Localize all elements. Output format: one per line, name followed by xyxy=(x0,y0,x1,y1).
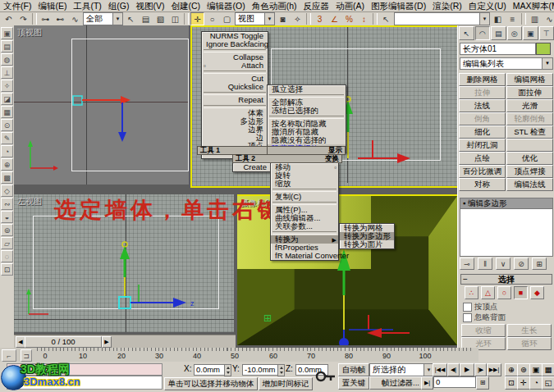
spinner-snap-icon[interactable]: ↕ xyxy=(357,12,371,25)
stl-check-button[interactable]: STL 检查 xyxy=(506,125,553,139)
left-toolbar-icon[interactable]: ◔ xyxy=(1,145,13,157)
vertex-weld-button[interactable]: 顶点焊接 xyxy=(506,165,553,178)
optimize-button[interactable]: 优化 xyxy=(506,152,553,165)
viewport-label[interactable]: 顶视图 xyxy=(17,27,42,39)
menu-graph-editors[interactable]: 图形编辑器(D) xyxy=(368,1,429,11)
create-tab-icon[interactable]: ↖ xyxy=(459,26,474,40)
left-toolbar-icon[interactable]: ⊥ xyxy=(1,66,13,79)
left-toolbar-icon[interactable]: ⊡ xyxy=(1,263,13,276)
element-subobject-icon[interactable]: ◆ xyxy=(530,286,544,299)
percent-snap-button[interactable]: 百分比微调 xyxy=(459,165,506,178)
viewport-label[interactable]: 左视图 xyxy=(17,196,42,207)
modifier-stack[interactable]: ▪ 编辑多边形 xyxy=(460,198,553,257)
viewport-top[interactable]: 顶视图 xyxy=(14,25,189,185)
menu-item-clone[interactable]: 复制(C) xyxy=(271,193,338,201)
left-toolbar-icon[interactable]: ◇ xyxy=(1,185,13,197)
menu-customize[interactable]: 自定义(U) xyxy=(465,1,510,11)
make-unique-icon[interactable]: ∨ xyxy=(496,258,511,270)
edit-normals-button[interactable]: 编辑法线 xyxy=(506,178,553,191)
menu-item-freeze-selection[interactable]: 冻结已选择的 xyxy=(268,107,346,115)
menu-rendering[interactable]: 渲染(R) xyxy=(429,1,465,11)
select-rotate-icon[interactable]: ○ xyxy=(205,12,219,25)
left-toolbar-icon[interactable]: ✎ xyxy=(1,132,13,144)
play-button[interactable]: ▶ xyxy=(460,363,474,376)
next-frame-arrow[interactable]: ▶ xyxy=(102,336,112,348)
menu-reactor[interactable]: 反应器 xyxy=(300,1,333,11)
select-move-icon[interactable]: ✛ xyxy=(190,12,204,25)
menu-edit[interactable]: 编辑(E) xyxy=(34,1,70,11)
named-selection-dropdown[interactable]: ▼ xyxy=(394,12,490,25)
face-extrude-button[interactable]: 面拉伸 xyxy=(506,86,553,99)
menu-item-quickslice[interactable]: Quickslice xyxy=(202,83,268,91)
left-toolbar-icon[interactable]: ∾ xyxy=(1,198,13,210)
left-toolbar-icon[interactable]: ⊕ xyxy=(1,158,13,171)
pin-stack-icon[interactable]: ⊸ xyxy=(460,258,474,270)
y-coord-field[interactable]: -10.0mm xyxy=(242,364,280,376)
menu-item-attach[interactable]: ▫Attach xyxy=(202,62,268,70)
use-pivot-center-icon[interactable]: ◙ xyxy=(276,12,290,25)
polygon-subobject-icon[interactable]: ■ xyxy=(514,286,528,299)
region-zoom-icon[interactable]: ⊡ xyxy=(505,376,518,390)
previous-frame-button[interactable]: ◀| xyxy=(447,363,460,376)
select-by-name-icon[interactable]: ▤ xyxy=(139,12,153,25)
selection-filter-dropdown[interactable]: 全部 ▼ xyxy=(83,12,123,25)
left-toolbar-icon[interactable]: ◪ xyxy=(1,93,13,105)
bevel-button[interactable]: 倒角 xyxy=(459,112,506,125)
time-slider-handle[interactable]: 0 / 100 xyxy=(25,336,102,348)
symmetry-button[interactable]: 对称 xyxy=(459,178,506,191)
percent-snap-icon[interactable]: % xyxy=(342,12,356,25)
vertex-paint-button[interactable]: 点绘 xyxy=(459,152,506,165)
tessellate-button[interactable]: 细化 xyxy=(459,125,506,139)
outline-bevel-button[interactable]: 轮廓倒角 xyxy=(506,112,553,125)
left-toolbar-icon[interactable]: ✧ xyxy=(1,80,13,92)
stack-item-edit-poly[interactable]: ▪ 编辑多边形 xyxy=(460,198,552,209)
collapse-rollout-icon[interactable]: − xyxy=(463,275,468,284)
select-object-icon[interactable]: ↖ xyxy=(124,12,138,25)
unlink-icon[interactable]: ⊷ xyxy=(53,12,67,25)
rect-selection-region-icon[interactable]: ▧ xyxy=(153,12,167,25)
open-mini-curve-editor-icon[interactable]: ⌐ xyxy=(2,349,16,362)
menu-file[interactable]: 文件(F) xyxy=(0,1,34,11)
ignore-backfacing-checkbox[interactable]: 忽略背面 xyxy=(463,312,506,323)
redo-icon[interactable]: ↷ xyxy=(16,12,30,25)
curve-editor-icon[interactable]: ∿ xyxy=(543,12,554,25)
chevron-down-icon[interactable]: ▼ xyxy=(112,13,122,25)
time-slider[interactable]: ◀ 0 / 100 ▶ xyxy=(14,335,236,349)
delete-mesh-button[interactable]: 删除网格 xyxy=(459,73,506,86)
left-toolbar-icon[interactable]: ▣ xyxy=(1,27,13,39)
next-frame-button[interactable]: |▶ xyxy=(474,363,487,376)
mirror-icon[interactable]: ◧ xyxy=(491,12,505,25)
show-end-result-icon[interactable]: ‖ xyxy=(478,258,492,270)
menu-item-create[interactable]: Create xyxy=(233,163,271,171)
left-toolbar-icon[interactable]: ▱ xyxy=(1,237,13,249)
set-key-icon[interactable] xyxy=(315,366,337,387)
grow-button[interactable]: 生长 xyxy=(507,324,552,337)
add-time-tag[interactable]: 增加时间标记 xyxy=(259,377,313,390)
layer-manager-icon[interactable]: ▥ xyxy=(528,12,542,25)
normal-button[interactable]: 法线 xyxy=(459,99,506,112)
menu-views[interactable]: 视图(V) xyxy=(133,1,168,11)
menu-tools[interactable]: 工具(T) xyxy=(70,1,104,11)
min-max-toggle-icon[interactable]: ◱ xyxy=(542,376,554,390)
chevron-down-icon[interactable]: ▼ xyxy=(542,57,553,70)
smooth-button[interactable]: 光滑 xyxy=(506,99,553,112)
auto-key-button[interactable]: 自动帧 xyxy=(338,363,369,376)
left-toolbar-icon[interactable]: ▦ xyxy=(1,106,13,118)
checkbox-icon[interactable] xyxy=(463,303,472,312)
left-toolbar-icon[interactable]: ▤ xyxy=(1,40,13,52)
chevron-down-icon[interactable]: ▼ xyxy=(264,13,274,25)
cap-holes-button[interactable]: 封闭孔洞 xyxy=(459,139,506,152)
x-spinner[interactable] xyxy=(224,364,231,376)
select-manipulate-icon[interactable]: ✧ xyxy=(291,12,304,25)
snap-frames-icon[interactable]: ⊐ xyxy=(21,349,32,362)
menu-item-fr-material-converter[interactable]: fR Material Converter xyxy=(271,252,338,260)
menu-item-wire-parameters[interactable]: 关联参数... xyxy=(271,222,338,230)
display-tab-icon[interactable]: ▣ xyxy=(523,26,538,40)
zoom-all-icon[interactable]: ⊛ xyxy=(517,363,530,376)
current-frame-field[interactable]: 0 xyxy=(433,376,476,388)
zoom-extents-all-icon[interactable]: ▦ xyxy=(542,363,554,376)
align-icon[interactable]: ≡ xyxy=(506,12,520,25)
left-toolbar-icon[interactable]: ⊚ xyxy=(1,224,13,236)
edit-mesh-button[interactable]: 编辑网格 xyxy=(506,73,553,86)
object-name-field[interactable]: 长方体01 xyxy=(460,43,536,55)
